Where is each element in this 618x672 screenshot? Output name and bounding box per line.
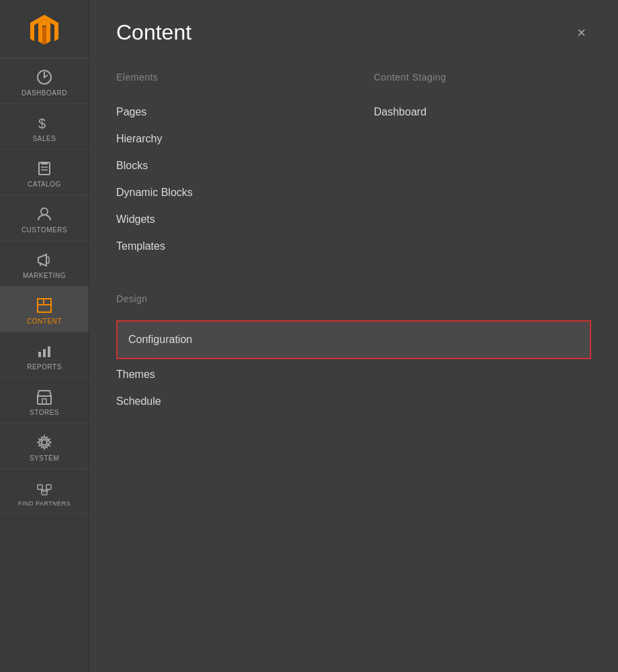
sales-label: SALES bbox=[33, 135, 56, 142]
menu-item-themes[interactable]: Themes bbox=[116, 359, 591, 388]
design-section: Design Configuration Themes Schedule bbox=[116, 293, 591, 415]
svg-rect-21 bbox=[42, 399, 46, 404]
sidebar-item-system[interactable]: SYSTEM bbox=[0, 424, 89, 469]
sidebar-item-find-partners[interactable]: FIND PARTNERS bbox=[0, 469, 89, 514]
magento-logo-icon bbox=[26, 12, 62, 48]
marketing-label: MARKETING bbox=[23, 272, 66, 279]
sidebar-item-content[interactable]: CONTENT bbox=[0, 287, 89, 332]
app-container: DASHBOARD $ SALES CATALOG bbox=[0, 0, 618, 672]
sidebar-item-dashboard[interactable]: DASHBOARD bbox=[0, 58, 89, 104]
sidebar-item-stores[interactable]: STORES bbox=[0, 378, 89, 424]
customers-icon bbox=[35, 205, 54, 224]
menu-item-staging-dashboard[interactable]: Dashboard bbox=[374, 99, 592, 126]
svg-point-22 bbox=[42, 440, 47, 445]
sales-icon: $ bbox=[35, 113, 54, 132]
reports-label: REPORTS bbox=[27, 363, 62, 371]
sidebar-item-sales[interactable]: $ SALES bbox=[0, 104, 89, 150]
marketing-icon bbox=[35, 250, 54, 269]
svg-point-10 bbox=[41, 208, 48, 215]
sidebar-item-marketing[interactable]: MARKETING bbox=[0, 241, 89, 287]
svg-rect-13 bbox=[38, 299, 51, 312]
svg-rect-7 bbox=[41, 162, 48, 164]
content-icon bbox=[35, 296, 54, 315]
svg-rect-16 bbox=[38, 305, 51, 312]
svg-rect-20 bbox=[38, 396, 51, 404]
svg-rect-14 bbox=[38, 299, 44, 305]
panel-title: Content bbox=[116, 20, 191, 45]
menu-item-dynamic-blocks[interactable]: Dynamic Blocks bbox=[116, 179, 334, 206]
svg-rect-24 bbox=[46, 485, 51, 489]
close-button[interactable]: × bbox=[572, 23, 591, 43]
elements-section: Elements Pages Hierarchy Blocks Dynamic … bbox=[116, 72, 334, 260]
stores-icon bbox=[35, 387, 54, 406]
menu-item-schedule[interactable]: Schedule bbox=[116, 388, 591, 415]
svg-rect-18 bbox=[43, 349, 46, 357]
sidebar-item-reports[interactable]: REPORTS bbox=[0, 332, 89, 378]
svg-rect-17 bbox=[38, 352, 41, 357]
find-partners-label: FIND PARTNERS bbox=[18, 500, 71, 507]
svg-text:$: $ bbox=[38, 116, 46, 131]
menu-item-pages[interactable]: Pages bbox=[116, 99, 334, 126]
menu-item-hierarchy[interactable]: Hierarchy bbox=[116, 126, 334, 152]
design-section-title: Design bbox=[116, 293, 591, 304]
elements-section-title: Elements bbox=[116, 72, 334, 83]
content-staging-section: Content Staging Dashboard bbox=[374, 72, 592, 260]
system-label: SYSTEM bbox=[30, 454, 59, 462]
svg-rect-15 bbox=[44, 299, 51, 305]
sidebar-item-catalog[interactable]: CATALOG bbox=[0, 150, 89, 195]
catalog-label: CATALOG bbox=[28, 181, 61, 188]
menu-item-widgets[interactable]: Widgets bbox=[116, 206, 334, 233]
svg-rect-11 bbox=[46, 257, 49, 263]
logo-container bbox=[0, 0, 89, 58]
reports-icon bbox=[35, 342, 54, 361]
sidebar-item-customers[interactable]: CUSTOMERS bbox=[0, 195, 89, 241]
svg-point-4 bbox=[44, 77, 46, 79]
svg-marker-2 bbox=[42, 26, 46, 45]
stores-label: STORES bbox=[30, 409, 59, 416]
dashboard-label: DASHBOARD bbox=[21, 89, 67, 97]
svg-rect-19 bbox=[48, 346, 50, 357]
sidebar: DASHBOARD $ SALES CATALOG bbox=[0, 0, 89, 672]
top-sections: Elements Pages Hierarchy Blocks Dynamic … bbox=[116, 72, 591, 260]
content-staging-title: Content Staging bbox=[374, 72, 592, 83]
menu-item-templates[interactable]: Templates bbox=[116, 233, 334, 260]
system-icon bbox=[35, 433, 54, 452]
catalog-icon bbox=[35, 159, 54, 178]
menu-item-configuration[interactable]: Configuration bbox=[116, 320, 591, 359]
svg-rect-23 bbox=[38, 485, 42, 489]
partners-icon bbox=[35, 479, 54, 497]
dashboard-icon bbox=[35, 68, 54, 87]
content-panel: Content × Elements Pages Hierarchy Block… bbox=[89, 0, 618, 672]
customers-label: CUSTOMERS bbox=[21, 226, 67, 234]
content-label: CONTENT bbox=[27, 318, 62, 325]
panel-header: Content × bbox=[116, 20, 591, 45]
menu-item-blocks[interactable]: Blocks bbox=[116, 152, 334, 179]
